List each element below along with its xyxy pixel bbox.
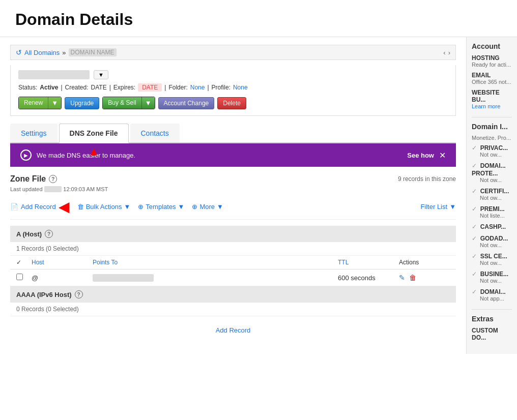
- renew-main-button[interactable]: Renew: [19, 97, 48, 109]
- col-host[interactable]: Host: [32, 259, 93, 266]
- sidebar-divider-2: [472, 309, 512, 310]
- zone-file-header: Zone File ? 9 records in this zone: [10, 174, 456, 184]
- nav-prev-icon[interactable]: ‹: [443, 49, 445, 56]
- domain-info-bar: ▼ Status: Active | Created: DATE | Expir…: [10, 65, 456, 116]
- check-icon-7: ✓: [472, 253, 477, 260]
- dns-section-aaaa: AAAA (IPv6 Host) ? 0 Records (0 Selected…: [10, 286, 456, 316]
- row-ttl: 600 seconds: [338, 274, 399, 282]
- sidebar-domain-subtitle: Monetize. Pro...: [472, 135, 512, 141]
- row-host: @: [32, 274, 93, 282]
- breadcrumb-bar: ↺ All Domains » DOMAIN NAME ‹ ›: [10, 45, 456, 60]
- sidebar-email: EMAIL Office 365 not...: [472, 72, 512, 85]
- aaaa-info-icon[interactable]: ?: [75, 290, 83, 298]
- page-header: Domain Details: [0, 0, 517, 37]
- sidebar-custom-domain: CUSTOM DO...: [472, 327, 512, 341]
- edit-icon[interactable]: ✎: [399, 274, 405, 282]
- sidebar-ssl: ✓ SSL CE... Not ow...: [472, 252, 512, 266]
- expires-label: Expires:: [113, 84, 135, 91]
- buy-sell-dropdown-button[interactable]: ▼: [141, 97, 155, 109]
- check-icon-4: ✓: [472, 205, 477, 213]
- domain-name-display: [18, 70, 90, 79]
- sidebar-domain-protection: ✓ DOMAI... PROTE... Not ow...: [472, 162, 512, 183]
- sidebar-domain-section: Domain I... Monetize. Pro... ✓ PRIVAC...…: [472, 123, 512, 302]
- filter-list-button[interactable]: Filter List ▼: [420, 203, 456, 211]
- dns-tab-arrow: ▲: [88, 145, 100, 158]
- table-row: @ blurred 600 seconds ✎ 🗑: [10, 269, 456, 286]
- delete-icon[interactable]: 🗑: [409, 274, 416, 282]
- col-actions: Actions: [399, 259, 450, 266]
- records-count: 9 records in this zone: [398, 175, 456, 183]
- profile-label: Profile:: [212, 84, 231, 91]
- bottom-add-record-link[interactable]: Add Record: [216, 326, 251, 334]
- tab-contacts[interactable]: Contacts: [130, 124, 180, 142]
- col-check: ✓: [16, 259, 32, 266]
- account-change-button[interactable]: Account Change: [158, 97, 215, 109]
- toolbar-left: 📄 Add Record ◀ 🗑 Bulk Actions ▼ ⊕ Templa…: [10, 198, 223, 215]
- last-updated: Last updated DATE 12:09:03 AM MST: [10, 186, 456, 192]
- action-buttons: Renew ▼ Upgrade Buy & Sell ▼ Account Cha…: [18, 97, 448, 109]
- check-icon-3: ✓: [472, 188, 477, 195]
- dns-banner-right: See how ✕: [407, 151, 446, 160]
- buy-sell-main-button[interactable]: Buy & Sell: [103, 97, 141, 109]
- templates-button[interactable]: ⊕ Templates ▼: [138, 203, 184, 211]
- toolbar: 📄 Add Record ◀ 🗑 Bulk Actions ▼ ⊕ Templa…: [10, 198, 456, 220]
- breadcrumb-separator: »: [62, 49, 66, 56]
- folder-link[interactable]: None: [190, 84, 205, 91]
- main-layout: ↺ All Domains » DOMAIN NAME ‹ › ▼ Status…: [0, 37, 517, 354]
- status-value: Active: [40, 84, 58, 91]
- upgrade-button[interactable]: Upgrade: [65, 97, 99, 109]
- templates-chevron: ▼: [178, 203, 185, 211]
- check-icon-5: ✓: [472, 223, 477, 230]
- dns-banner-close[interactable]: ✕: [439, 151, 446, 160]
- zone-file-info-icon[interactable]: ?: [49, 175, 57, 183]
- sidebar-privacy: ✓ PRIVAC... Not ow...: [472, 144, 512, 158]
- sidebar-business: ✓ BUSINE... Not ow...: [472, 270, 512, 284]
- expires-date: DATE: [138, 83, 162, 92]
- tab-settings[interactable]: Settings: [10, 124, 58, 142]
- last-updated-date: DATE: [44, 186, 62, 192]
- row-points-to: blurred: [93, 274, 338, 282]
- aaaa-summary: 0 Records (0 Selected): [10, 303, 456, 316]
- add-record-button[interactable]: 📄 Add Record: [10, 203, 56, 211]
- tab-dns-zone-file[interactable]: DNS Zone File ▲: [59, 124, 129, 143]
- sidebar-domain-title: Domain I...: [472, 123, 512, 131]
- renew-dropdown-button[interactable]: ▼: [48, 97, 61, 109]
- dns-banner: ▶ We made DNS easier to manage. See how …: [10, 143, 456, 167]
- status-row: Status: Active | Created: DATE | Expires…: [18, 83, 448, 92]
- sidebar-divider-1: [472, 117, 512, 117]
- domain-dropdown-button[interactable]: ▼: [94, 70, 108, 79]
- see-how-link[interactable]: See how: [407, 152, 434, 159]
- bulk-actions-icon: 🗑: [77, 203, 84, 211]
- dns-section-a-host: A (Host) ? 1 Records (0 Selected) ✓ Host…: [10, 226, 456, 286]
- col-ttl[interactable]: TTL: [338, 259, 399, 266]
- sidebar: Account HOSTING Ready for acti... EMAIL …: [466, 37, 517, 354]
- col-points-to[interactable]: Points To: [93, 259, 338, 266]
- dns-banner-left: ▶ We made DNS easier to manage.: [20, 149, 135, 161]
- check-icon-6: ✓: [472, 235, 477, 242]
- more-chevron: ▼: [217, 203, 223, 211]
- sidebar-domain-last: ✓ DOMAI... Not app...: [472, 288, 512, 302]
- check-icon-8: ✓: [472, 271, 477, 278]
- a-host-info-icon[interactable]: ?: [45, 230, 53, 238]
- bulk-actions-button[interactable]: 🗑 Bulk Actions ▼: [77, 203, 131, 211]
- all-domains-link[interactable]: All Domains: [24, 49, 60, 56]
- row-checkbox[interactable]: [16, 274, 32, 282]
- sidebar-website-builder: WEBSITE BU... Learn more: [472, 89, 512, 109]
- add-record-container: 📄 Add Record ◀: [10, 198, 70, 215]
- profile-link[interactable]: None: [233, 84, 248, 91]
- page-title: Domain Details: [15, 10, 502, 29]
- check-icon-2: ✓: [472, 162, 477, 169]
- toolbar-right: Filter List ▼: [420, 203, 456, 211]
- bottom-add-section: Add Record: [10, 316, 456, 344]
- sidebar-extras-title: Extras: [472, 315, 512, 323]
- delete-button[interactable]: Delete: [217, 97, 246, 109]
- add-record-arrow: ◀: [59, 198, 70, 215]
- a-host-table-header: ✓ Host Points To TTL Actions: [10, 256, 456, 269]
- more-button[interactable]: ⊕ More ▼: [192, 203, 223, 211]
- refresh-icon[interactable]: ↺: [16, 48, 22, 56]
- tabs-container: Settings DNS Zone File ▲ Contacts: [10, 124, 456, 143]
- sidebar-cashparking: ✓ CASHP...: [472, 223, 512, 230]
- check-icon-9: ✓: [472, 288, 477, 295]
- nav-next-icon[interactable]: ›: [448, 49, 450, 56]
- sidebar-certificate: ✓ CERTIFI... Not ow...: [472, 187, 512, 201]
